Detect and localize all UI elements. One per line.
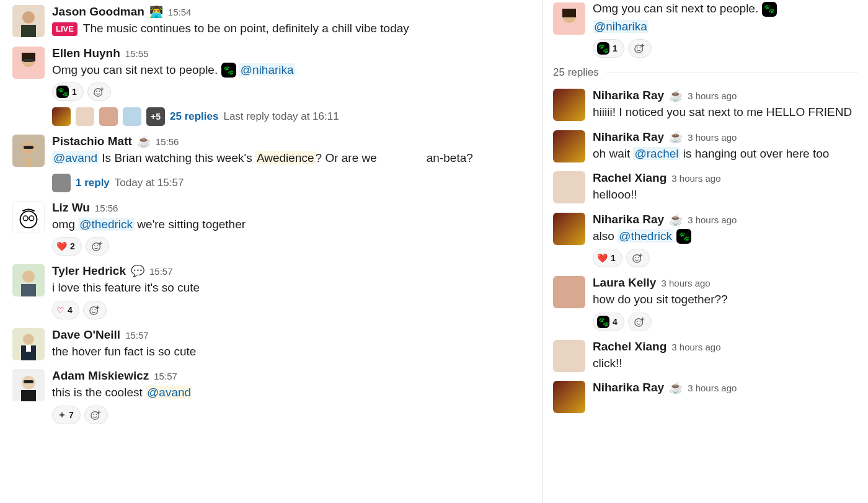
- timestamp[interactable]: 3 hours ago: [671, 173, 720, 184]
- add-reaction-button[interactable]: [87, 82, 111, 101]
- avatar[interactable]: [553, 276, 585, 308]
- thread-reply: Niharika Ray ☕ 3 hours ago oh wait @rach…: [543, 125, 868, 167]
- message-body: the hover fun fact is so cute: [52, 343, 530, 361]
- reaction-paw[interactable]: 4: [593, 313, 624, 331]
- reaction-heart[interactable]: ♡ 4: [52, 301, 79, 319]
- svg-rect-14: [24, 146, 33, 149]
- timestamp[interactable]: 3 hours ago: [671, 342, 720, 352]
- timestamp[interactable]: 15:54: [168, 7, 192, 17]
- sender-name[interactable]: Tyler Hedrick: [52, 264, 126, 278]
- mention[interactable]: @rachel: [633, 147, 680, 160]
- timestamp[interactable]: 15:55: [125, 48, 149, 59]
- sender-name[interactable]: Laura Kelly: [593, 276, 656, 290]
- sender-name[interactable]: Rachel Xiang: [593, 340, 666, 354]
- timestamp[interactable]: 15:57: [154, 371, 177, 381]
- add-reaction-button[interactable]: [628, 313, 652, 331]
- thread-summary[interactable]: 1 reply Today at 15:57: [52, 174, 530, 192]
- thread-reply: Laura Kelly 3 hours ago how do you sit t…: [543, 271, 868, 335]
- avatar[interactable]: [553, 171, 585, 203]
- message-body: oh wait @rachel is hanging out over here…: [593, 145, 858, 163]
- svg-point-20: [92, 243, 100, 251]
- svg-point-49: [635, 45, 643, 53]
- add-reaction-button[interactable]: [86, 237, 109, 256]
- avatar[interactable]: [12, 264, 45, 296]
- mention[interactable]: @niharika: [593, 20, 649, 33]
- message: Pistachio Matt ☕ 15:56 @avand Is Brian w…: [0, 130, 542, 196]
- message-body: omg @thedrick we're sitting together: [52, 216, 530, 234]
- timestamp[interactable]: 15:57: [125, 330, 149, 341]
- mention[interactable]: @avand: [146, 386, 192, 399]
- svg-rect-15: [25, 157, 32, 167]
- sender-name[interactable]: Jason Goodman: [52, 5, 144, 19]
- avatar[interactable]: [553, 89, 585, 121]
- svg-point-43: [95, 414, 97, 415]
- avatar[interactable]: [12, 47, 45, 79]
- sender-name[interactable]: Niharika Ray: [593, 213, 664, 226]
- reply-avatar: [52, 107, 71, 126]
- timestamp[interactable]: 15:56: [156, 136, 179, 147]
- thread-reply: Niharika Ray ☕ 3 hours ago hiiiii! I not…: [543, 84, 868, 125]
- reaction-plus[interactable]: ＋ 7: [52, 406, 81, 424]
- sender-name[interactable]: Pistachio Matt: [52, 135, 132, 148]
- avatar[interactable]: [12, 369, 45, 401]
- avatar[interactable]: [553, 381, 585, 413]
- paw-emoji-icon: [221, 63, 236, 78]
- mention[interactable]: @thedrick: [78, 218, 134, 231]
- sender-name[interactable]: Niharika Ray: [593, 130, 664, 144]
- timestamp[interactable]: 3 hours ago: [661, 278, 710, 288]
- heart-emoji-icon: ❤️: [56, 241, 67, 251]
- reaction-paw[interactable]: 1: [52, 82, 84, 101]
- timestamp[interactable]: 3 hours ago: [688, 132, 737, 143]
- reply-count[interactable]: 1 reply: [76, 177, 110, 189]
- avatar[interactable]: [12, 5, 45, 37]
- timestamp[interactable]: 3 hours ago: [688, 383, 737, 393]
- coffee-emoji-icon: ☕: [669, 130, 683, 144]
- add-reaction-button[interactable]: [628, 39, 652, 58]
- add-reaction-button[interactable]: [626, 249, 650, 267]
- svg-point-26: [22, 270, 35, 283]
- avatar[interactable]: [12, 135, 45, 167]
- message-body: Omg you can sit next to people. @niharik…: [52, 61, 530, 79]
- thread-reply: Rachel Xiang 3 hours ago hellooo!!: [543, 166, 868, 208]
- svg-point-8: [96, 91, 97, 92]
- reaction-heart[interactable]: ❤️ 1: [593, 249, 622, 267]
- avatar[interactable]: [553, 340, 585, 372]
- svg-point-9: [99, 91, 100, 92]
- reaction-paw[interactable]: 1: [593, 39, 624, 58]
- sender-name[interactable]: Niharika Ray: [593, 381, 664, 394]
- add-reaction-button[interactable]: [84, 406, 108, 424]
- reply-count[interactable]: 25 replies: [170, 110, 218, 123]
- timestamp[interactable]: 3 hours ago: [688, 91, 737, 101]
- avatar[interactable]: [12, 201, 45, 233]
- heart-outline-icon: ♡: [56, 305, 64, 315]
- sender-name[interactable]: Niharika Ray: [593, 89, 664, 102]
- plus-icon: ＋: [58, 409, 66, 421]
- message: Ellen Huynh 15:55 Omg you can sit next t…: [0, 42, 542, 130]
- mention[interactable]: @niharika: [239, 63, 295, 76]
- message: Adam Miskiewicz 15:57 this is the cooles…: [0, 364, 542, 428]
- thread-summary[interactable]: +5 25 replies Last reply today at 16:11: [52, 107, 530, 126]
- avatar[interactable]: [553, 2, 585, 35]
- thread-panel[interactable]: Omg you can sit next to people. @niharik…: [543, 0, 868, 503]
- avatar[interactable]: [553, 213, 585, 245]
- avatar[interactable]: [12, 328, 45, 360]
- sender-name[interactable]: Dave O'Neill: [52, 328, 120, 342]
- mention[interactable]: @thedrick: [618, 229, 673, 243]
- message: Dave O'Neill 15:57 the hover fun fact is…: [0, 323, 542, 365]
- timestamp[interactable]: 15:56: [95, 203, 118, 213]
- avatar[interactable]: [553, 130, 585, 162]
- reaction-heart[interactable]: ❤️ 2: [52, 237, 82, 256]
- mention[interactable]: @avand: [52, 151, 99, 164]
- sender-name[interactable]: Rachel Xiang: [593, 171, 666, 185]
- highlight-text: Awedience: [255, 151, 316, 164]
- sender-name[interactable]: Liz Wu: [52, 201, 90, 215]
- add-reaction-button[interactable]: [83, 301, 107, 319]
- sender-name[interactable]: Adam Miskiewicz: [52, 369, 149, 383]
- channel-message-list[interactable]: Jason Goodman 👨‍💻 15:54 LIVE The music c…: [0, 0, 543, 503]
- sender-name[interactable]: Ellen Huynh: [52, 47, 120, 60]
- message: Liz Wu 15:56 omg @thedrick we're sitting…: [0, 196, 542, 260]
- timestamp[interactable]: 3 hours ago: [688, 215, 737, 225]
- timestamp[interactable]: 15:57: [149, 266, 173, 277]
- svg-rect-36: [26, 345, 31, 352]
- svg-point-34: [23, 334, 34, 345]
